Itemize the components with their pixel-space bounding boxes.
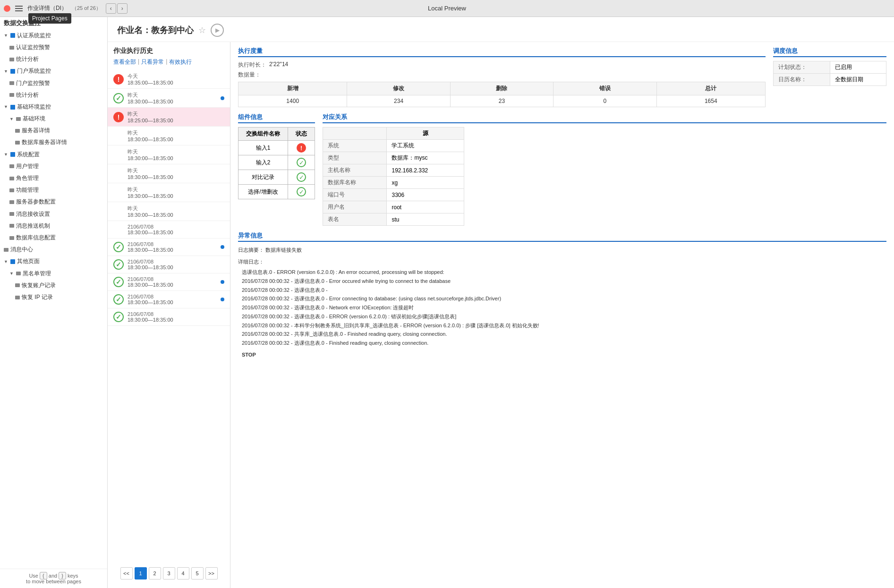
sidebar-item-other-pages[interactable]: ▼ 其他页面 — [0, 256, 107, 267]
job-date: 2106/07/08 — [128, 224, 224, 230]
cell-error: 0 — [553, 95, 656, 107]
sidebar-item-portal-alert[interactable]: 门户监控预警 — [0, 77, 107, 89]
rel-label-host: 主机名称 — [323, 164, 387, 177]
duration-value: 2'22''14 — [269, 61, 288, 69]
job-list-item[interactable]: ✓ 2106/07/08 18:30:00—18:35:00 — [108, 291, 230, 308]
nav-next-button[interactable]: › — [117, 3, 128, 14]
job-info: 昨天 18:30:00—18:35:00 — [128, 92, 217, 104]
job-list-item[interactable]: 昨天 18:30:00—18:35:00 — [108, 127, 230, 145]
rel-label-system: 系统 — [323, 140, 387, 152]
close-button[interactable] — [4, 5, 10, 12]
page-2-button[interactable]: 2 — [149, 567, 161, 579]
sidebar-item-infra-monitor[interactable]: ▼ 基础环境监控 — [0, 101, 107, 113]
star-icon[interactable]: ☆ — [198, 25, 206, 35]
sidebar-label-msg-center: 消息中心 — [10, 245, 33, 254]
sidebar-label-infra-env: 基础环境 — [23, 114, 45, 123]
job-date: 昨天 — [128, 205, 224, 212]
config-row: 日历名称： 全数据日期 — [774, 74, 886, 86]
hamburger-menu[interactable] — [13, 4, 25, 13]
page-1-button[interactable]: 1 — [135, 567, 147, 579]
play-button[interactable]: ▶ — [211, 24, 224, 37]
sidebar-item-portal-stats[interactable]: 统计分析 — [0, 89, 107, 101]
sidebar-item-auth-monitor[interactable]: ▼ 认证系统监控 — [0, 30, 107, 42]
rel-row: 表名 stu — [323, 213, 464, 226]
sidebar-item-sys-config[interactable]: ▼ 系统配置 — [0, 149, 107, 161]
job-info: 昨天 18:30:00—18:35:00 — [128, 148, 224, 161]
rel-value-port: 3306 — [387, 189, 464, 201]
middle-section: 组件信息 交换组件名称 状态 输入1 — [238, 113, 886, 226]
sidebar-label-restore-ip: 恢复 IP 记录 — [22, 293, 53, 302]
job-list-item[interactable]: 昨天 18:30:00—18:35:00 — [108, 164, 230, 183]
sidebar-item-portal-monitor[interactable]: ▼ 门户系统监控 — [0, 65, 107, 77]
job-list-item[interactable]: ! 昨天 18:25:00—18:35:00 — [108, 108, 230, 127]
sidebar-item-restore-account[interactable]: 恢复账户记录 — [0, 280, 107, 291]
job-list-item[interactable]: ✓ 昨天 18:30:00—18:35:00 — [108, 89, 230, 108]
comp-col-status: 状态 — [288, 128, 315, 141]
data-label-row: 数据量： — [238, 71, 766, 79]
filter-valid[interactable]: 有效执行 — [169, 58, 192, 66]
job-time: 18:35:00—18:35:00 — [128, 80, 224, 85]
job-list-item[interactable]: ✓ 2106/07/08 18:30:00—18:35:00 — [108, 256, 230, 273]
expand-icon: ▼ — [4, 103, 9, 110]
job-dot — [221, 96, 224, 100]
sidebar-item-blacklist[interactable]: ▼ 黑名单管理 — [0, 268, 107, 280]
sidebar-label-restore-account: 恢复账户记录 — [22, 281, 56, 290]
job-list-item[interactable]: ! 今天 18:35:00—18:35:00 — [108, 70, 230, 89]
config-value-status: 已启用 — [830, 61, 886, 74]
page-icon — [9, 58, 14, 61]
sidebar-label-auth-alert: 认证监控预警 — [16, 43, 50, 52]
sidebar-label-blacklist: 黑名单管理 — [23, 269, 51, 278]
page-next-next-button[interactable]: >> — [205, 567, 218, 579]
nav-prev-button[interactable]: ‹ — [106, 3, 116, 14]
content-area: 作业名：教务到中心 ☆ ▶ 作业执行历史 查看全部 | 只看异常 | 有效执行 — [108, 17, 894, 588]
sidebar-item-func-mgmt[interactable]: 功能管理 — [0, 184, 107, 196]
job-list-item[interactable]: 2106/07/08 18:30:00—18:35:00 — [108, 221, 230, 239]
data-label: 数据量： — [238, 71, 261, 79]
job-list-item[interactable]: ✓ 2106/07/08 18:30:00—18:35:00 — [108, 239, 230, 256]
job-list-item[interactable]: ✓ 2106/07/08 18:30:00—18:35:00 — [108, 273, 230, 291]
sidebar-item-user-mgmt[interactable]: 用户管理 — [0, 161, 107, 172]
cell-modify: 234 — [347, 95, 450, 107]
sidebar-inner: 数据交换监控 ▼ 认证系统监控 认证监控预警 统计分析 — [0, 17, 107, 569]
job-info: 2106/07/08 18:30:00—18:35:00 — [128, 276, 217, 288]
sidebar-item-msg-receive[interactable]: 消息接收设置 — [0, 208, 107, 220]
job-date: 昨天 — [128, 148, 224, 155]
job-list-item[interactable]: 昨天 18:30:00—18:35:00 — [108, 202, 230, 221]
job-date: 昨天 — [128, 167, 224, 174]
page-4-button[interactable]: 4 — [177, 567, 189, 579]
sidebar-item-auth-stats[interactable]: 统计分析 — [0, 53, 107, 65]
job-time: 18:30:00—18:35:00 — [128, 155, 224, 161]
sidebar-item-db-server-detail[interactable]: 数据库服务器详情 — [0, 136, 107, 148]
sidebar-item-infra-env[interactable]: ▼ 基础环境 — [0, 113, 107, 125]
sidebar-item-msg-push[interactable]: 消息推送机制 — [0, 220, 107, 232]
job-info: 2106/07/08 18:30:00—18:35:00 — [128, 224, 224, 235]
sidebar-label-auth-stats: 统计分析 — [16, 55, 39, 64]
config-section: 调度信息 计划状态： 已启用 日历名称： 全数据日期 — [773, 47, 886, 107]
page-5-button[interactable]: 5 — [191, 567, 204, 579]
filter-error[interactable]: 只看异常 — [141, 58, 164, 66]
sidebar-item-msg-center[interactable]: 消息中心 — [0, 244, 107, 256]
job-date: 2106/07/08 — [128, 259, 224, 264]
status-success-icon: ✓ — [113, 294, 124, 305]
content-header: 作业名：教务到中心 ☆ ▶ — [108, 17, 894, 42]
sidebar-item-server-params[interactable]: 服务器参数配置 — [0, 196, 107, 208]
job-list-item[interactable]: 昨天 18:30:00—18:35:00 — [108, 145, 230, 164]
job-list-item[interactable]: 昨天 18:30:00—18:35:00 — [108, 183, 230, 202]
comp-status-input2: ✓ — [288, 155, 315, 170]
comp-row: 输入1 ! — [238, 141, 315, 155]
error-section-title: 异常信息 — [238, 231, 886, 242]
status-error-icon: ! — [113, 112, 124, 122]
job-list-item[interactable]: ✓ 2106/07/08 18:30:00—18:35:00 — [108, 308, 230, 326]
sidebar-item-role-mgmt[interactable]: 角色管理 — [0, 172, 107, 184]
page-prev-prev-button[interactable]: << — [120, 567, 133, 579]
sidebar-item-db-config[interactable]: 数据库信息配置 — [0, 232, 107, 244]
log-line: 选课信息表.0 - ERROR (version 6.2.0.0) : An e… — [242, 268, 886, 277]
job-info: 今天 18:35:00—18:35:00 — [128, 73, 224, 85]
sidebar-item-server-detail[interactable]: 服务器详情 — [0, 125, 107, 136]
filter-all[interactable]: 查看全部 — [113, 58, 136, 66]
sidebar-item-auth-alert[interactable]: 认证监控预警 — [0, 42, 107, 53]
page-3-button[interactable]: 3 — [163, 567, 175, 579]
sidebar-item-restore-ip[interactable]: 恢复 IP 记录 — [0, 291, 107, 303]
job-time: 18:30:00—18:35:00 — [128, 212, 224, 218]
page-icon — [9, 212, 14, 216]
